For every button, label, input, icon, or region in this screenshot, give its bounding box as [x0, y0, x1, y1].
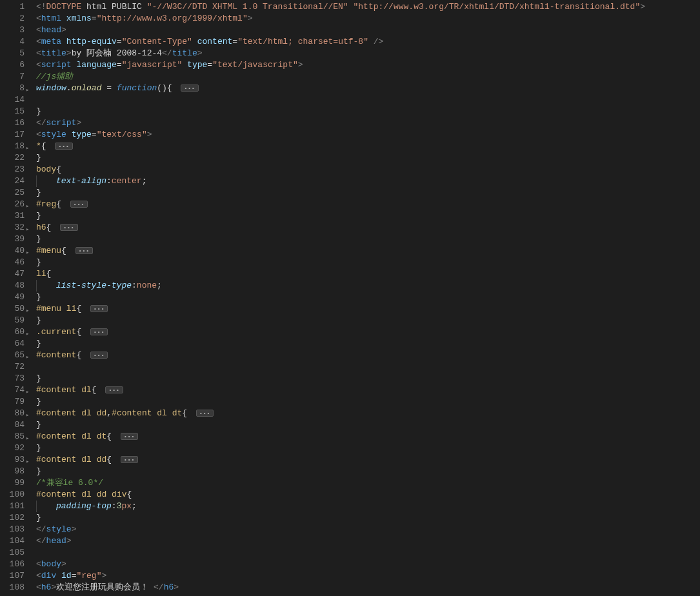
line-number: 48	[0, 280, 27, 292]
code-line[interactable]: #content dl{ •••	[36, 384, 700, 396]
code-line[interactable]: <style type="text/css">	[36, 129, 700, 141]
fold-ellipsis-icon[interactable]: •••	[90, 352, 108, 359]
code-line[interactable]: }	[36, 466, 700, 477]
line-number: 50	[0, 303, 27, 315]
code-line[interactable]: h6{ •••	[36, 222, 700, 233]
fold-row: ▸	[27, 222, 36, 233]
code-line[interactable]	[36, 361, 700, 373]
code-line[interactable]: /*兼容ie 6.0*/	[36, 477, 700, 489]
code-line[interactable]: text-align:center;	[36, 175, 700, 187]
fold-row	[27, 292, 36, 303]
code-line[interactable]	[36, 547, 700, 559]
line-number: 17	[0, 129, 27, 141]
fold-row: ▸	[27, 454, 36, 466]
code-line[interactable]: <head>	[36, 25, 700, 36]
code-line[interactable]: #content{ •••	[36, 350, 700, 361]
code-line[interactable]: }	[36, 292, 700, 303]
fold-ellipsis-icon[interactable]: •••	[181, 84, 198, 92]
code-editor[interactable]: 1234567814151617182223242526313239404647…	[0, 0, 700, 596]
line-number: 64	[0, 338, 27, 350]
line-number: 65	[0, 350, 27, 361]
line-number: 16	[0, 117, 27, 129]
code-line[interactable]: </style>	[36, 524, 700, 535]
fold-row	[27, 268, 36, 280]
fold-row	[27, 187, 36, 199]
line-number: 101	[0, 501, 27, 512]
code-line[interactable]: }	[36, 442, 700, 454]
code-line[interactable]: //js辅助	[36, 71, 700, 83]
code-line[interactable]: </head>	[36, 535, 700, 547]
code-line[interactable]: <title>by 阿会楠 2008-12-4</title>	[36, 48, 700, 59]
code-line[interactable]: }	[36, 210, 700, 222]
fold-ellipsis-icon[interactable]: •••	[60, 224, 77, 231]
fold-row: ▸	[27, 326, 36, 338]
fold-row	[27, 419, 36, 431]
line-number: 107	[0, 570, 27, 582]
line-number: 47	[0, 268, 27, 280]
fold-row	[27, 48, 36, 59]
code-line[interactable]: *{ •••	[36, 141, 700, 152]
fold-ellipsis-icon[interactable]: •••	[55, 143, 72, 150]
fold-ellipsis-icon[interactable]: •••	[70, 201, 88, 208]
code-line[interactable]: }	[36, 373, 700, 384]
code-line[interactable]: padding-top:3px;	[36, 501, 700, 512]
code-line[interactable]: }	[36, 419, 700, 431]
fold-ellipsis-icon[interactable]: •••	[105, 386, 123, 393]
code-line[interactable]: }	[36, 257, 700, 268]
fold-ellipsis-icon[interactable]: •••	[90, 328, 108, 335]
fold-row: ▸	[27, 408, 36, 419]
line-number: 5	[0, 48, 27, 59]
line-number: 108	[0, 582, 27, 593]
code-line[interactable]: <html xmlns="http://www.w3.org/1999/xhtm…	[36, 13, 700, 25]
fold-ellipsis-icon[interactable]: •••	[75, 247, 93, 254]
code-line[interactable]: <body>	[36, 559, 700, 570]
fold-row	[27, 570, 36, 582]
code-line[interactable]: }	[36, 512, 700, 524]
code-line[interactable]: }	[36, 233, 700, 245]
code-line[interactable]: }	[36, 396, 700, 408]
line-number: 104	[0, 535, 27, 547]
fold-row: ▸	[27, 350, 36, 361]
fold-row	[27, 373, 36, 384]
code-line[interactable]: #content dl dd,#content dl dt{ •••	[36, 408, 700, 419]
code-line[interactable]: #reg{ •••	[36, 199, 700, 210]
line-number: 7	[0, 71, 27, 83]
code-line[interactable]: }	[36, 315, 700, 326]
code-line[interactable]: #menu li{ •••	[36, 303, 700, 315]
code-line[interactable]: body{	[36, 164, 700, 175]
fold-row	[27, 13, 36, 25]
line-number: 8	[0, 83, 27, 94]
code-line[interactable]: }	[36, 338, 700, 350]
code-line[interactable]: }	[36, 187, 700, 199]
code-line[interactable]: li{	[36, 268, 700, 280]
fold-ellipsis-icon[interactable]: •••	[121, 456, 138, 463]
fold-ellipsis-icon[interactable]: •••	[196, 410, 214, 417]
code-line[interactable]: <meta http-equiv="Content-Type" content=…	[36, 36, 700, 48]
code-line[interactable]: #menu{ •••	[36, 245, 700, 257]
line-number: 6	[0, 59, 27, 71]
fold-row: ▸	[27, 83, 36, 94]
code-line[interactable]: #content dl dd{ •••	[36, 454, 700, 466]
line-number: 4	[0, 36, 27, 48]
code-line[interactable]	[36, 94, 700, 106]
code-line[interactable]: <h6>欢迎您注册玩具购会员！ </h6>	[36, 582, 700, 593]
code-content[interactable]: <!DOCTYPE html PUBLIC "-//W3C//DTD XHTML…	[36, 0, 700, 596]
code-line[interactable]: .current{ •••	[36, 326, 700, 338]
code-line[interactable]: #content dl dt{ •••	[36, 431, 700, 442]
code-line[interactable]: window.onload = function(){ •••	[36, 83, 700, 94]
code-line[interactable]: <div id="reg">	[36, 570, 700, 582]
fold-row	[27, 559, 36, 570]
code-line[interactable]: #content dl dd div{	[36, 489, 700, 501]
code-line[interactable]: list-style-type:none;	[36, 280, 700, 292]
code-line[interactable]: </script>	[36, 117, 700, 129]
line-number: 105	[0, 547, 27, 559]
fold-ellipsis-icon[interactable]: •••	[121, 433, 138, 440]
code-line[interactable]: <!DOCTYPE html PUBLIC "-//W3C//DTD XHTML…	[36, 1, 700, 13]
fold-ellipsis-icon[interactable]: •••	[90, 305, 108, 312]
code-line[interactable]: }	[36, 152, 700, 164]
code-line[interactable]: <script language="javascript" type="text…	[36, 59, 700, 71]
line-number: 22	[0, 152, 27, 164]
code-line[interactable]: }	[36, 106, 700, 117]
line-number: 73	[0, 373, 27, 384]
line-number: 15	[0, 106, 27, 117]
